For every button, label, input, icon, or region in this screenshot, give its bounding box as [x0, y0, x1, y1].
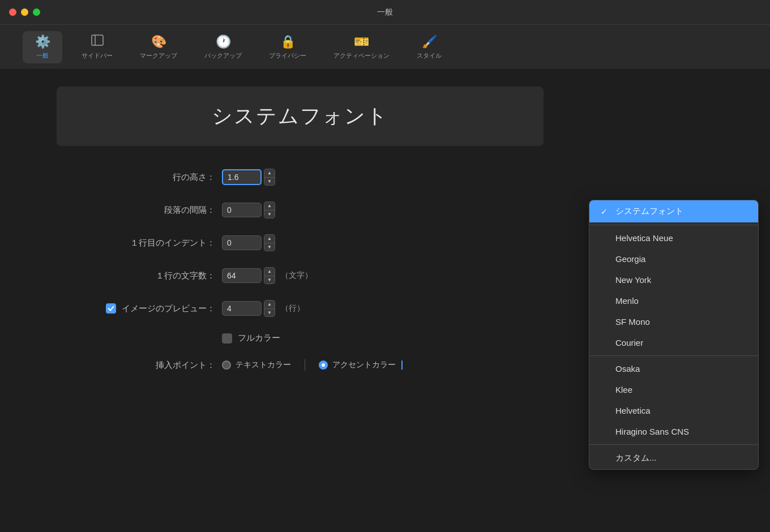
image-preview-label: イメージのプレビュー：	[122, 303, 215, 314]
image-preview-stepper: ▲ ▼	[264, 300, 275, 317]
dropdown-item-sf-mono-label: SF Mono	[615, 317, 650, 327]
tab-sidebar-label: サイドバー	[82, 52, 113, 60]
accent-color-label: アクセントカラー	[332, 360, 396, 370]
paragraph-spacing-increment[interactable]: ▲	[264, 202, 275, 210]
maximize-button[interactable]	[33, 8, 40, 16]
tab-backup[interactable]: 🕐 バックアップ	[196, 31, 250, 63]
first-line-indent-label: １行目のインデント：	[102, 238, 215, 248]
dropdown-item-osaka[interactable]: Osaka	[589, 358, 758, 379]
style-icon: 🖌️	[422, 35, 437, 49]
first-line-indent-input-wrapper: ▲ ▼	[222, 234, 275, 251]
radio-accent-color[interactable]: アクセントカラー	[319, 360, 403, 370]
dropdown-item-system-font-label: システムフォント	[615, 206, 683, 217]
dropdown-item-klee-label: Klee	[615, 385, 632, 394]
image-preview-suffix: （行）	[281, 303, 305, 314]
tab-general[interactable]: ⚙️ 一般	[23, 31, 62, 63]
first-line-indent-decrement[interactable]: ▼	[264, 243, 275, 251]
chars-per-line-stepper: ▲ ▼	[264, 267, 275, 284]
tab-activation-label: アクティベーション	[333, 52, 390, 60]
chars-per-line-input[interactable]	[222, 268, 262, 283]
traffic-lights	[9, 8, 40, 16]
dropdown-item-new-york[interactable]: New York	[589, 269, 758, 290]
privacy-icon: 🔒	[280, 35, 296, 49]
cursor-indicator	[401, 361, 403, 370]
dropdown-item-menlo-label: Menlo	[615, 296, 639, 306]
tab-privacy-label: プライバシー	[269, 52, 306, 60]
line-height-input[interactable]	[222, 169, 262, 185]
image-preview-increment[interactable]: ▲	[264, 301, 275, 308]
minimize-button[interactable]	[21, 8, 28, 16]
tab-backup-label: バックアップ	[204, 52, 242, 60]
window-title: 一般	[377, 7, 393, 18]
dropdown-separator-2	[589, 355, 758, 356]
chars-per-line-increment[interactable]: ▲	[264, 268, 275, 276]
full-color-label: フルカラー	[238, 333, 280, 344]
chars-per-line-label: １行の文字数：	[102, 271, 215, 281]
tab-markup[interactable]: 🎨 マークアップ	[132, 31, 185, 63]
main-content: システムフォント 行の高さ： ▲ ▼ 段落の間隔： ▲ ▼	[0, 70, 770, 388]
tab-activation[interactable]: 🎫 アクティベーション	[326, 31, 397, 63]
paragraph-spacing-label: 段落の間隔：	[102, 205, 215, 216]
first-line-indent-stepper: ▲ ▼	[264, 234, 275, 251]
dropdown-item-georgia[interactable]: Georgia	[589, 248, 758, 269]
tab-sidebar[interactable]: サイドバー	[74, 31, 121, 63]
full-color-checkbox[interactable]	[222, 333, 232, 344]
backup-icon: 🕐	[216, 35, 231, 49]
font-header-box: システムフォント	[57, 87, 544, 146]
dropdown-item-menlo[interactable]: Menlo	[589, 290, 758, 311]
tab-style-label: スタイル	[417, 52, 442, 60]
title-bar: 一般	[0, 0, 770, 25]
font-dropdown-menu: ✓ システムフォント Helvetica Neue Georgia New Yo…	[589, 200, 759, 470]
paragraph-spacing-stepper: ▲ ▼	[264, 201, 275, 218]
insert-point-options: テキストカラー アクセントカラー	[222, 359, 403, 371]
font-header-text: システムフォント	[212, 102, 388, 130]
full-color-wrapper: フルカラー	[222, 333, 280, 344]
image-preview-input-wrapper: ▲ ▼ （行）	[222, 300, 305, 317]
line-height-decrement[interactable]: ▼	[264, 177, 275, 185]
dropdown-item-georgia-label: Georgia	[615, 254, 645, 264]
radio-text-color[interactable]: テキストカラー	[222, 360, 291, 370]
svg-rect-0	[92, 35, 103, 45]
chars-per-line-decrement[interactable]: ▼	[264, 276, 275, 284]
line-height-row: 行の高さ： ▲ ▼	[102, 169, 713, 186]
first-line-indent-input[interactable]	[222, 235, 262, 250]
text-color-radio-dot	[222, 361, 231, 370]
dropdown-item-helvetica-label: Helvetica	[615, 406, 651, 415]
image-preview-input[interactable]	[222, 301, 262, 316]
line-height-stepper: ▲ ▼	[264, 169, 275, 186]
gear-icon: ⚙️	[35, 35, 50, 49]
tab-general-label: 一般	[36, 52, 49, 60]
dropdown-item-new-york-label: New York	[615, 275, 651, 285]
tab-style[interactable]: 🖌️ スタイル	[409, 31, 450, 63]
image-preview-decrement[interactable]: ▼	[264, 308, 275, 316]
markup-icon: 🎨	[151, 35, 166, 49]
line-height-increment[interactable]: ▲	[264, 169, 275, 177]
dropdown-item-helvetica-neue[interactable]: Helvetica Neue	[589, 228, 758, 248]
tab-privacy[interactable]: 🔒 プライバシー	[261, 31, 314, 63]
dropdown-item-system-font[interactable]: ✓ システムフォント	[589, 200, 758, 222]
dropdown-item-courier[interactable]: Courier	[589, 332, 758, 353]
dropdown-item-custom[interactable]: カスタム...	[589, 447, 758, 469]
dropdown-item-helvetica[interactable]: Helvetica	[589, 400, 758, 421]
toolbar: ⚙️ 一般 サイドバー 🎨 マークアップ 🕐 バックアップ 🔒 プライバシー 🎫…	[0, 25, 770, 70]
accent-color-radio-dot	[319, 361, 328, 370]
dropdown-item-sf-mono[interactable]: SF Mono	[589, 311, 758, 332]
check-icon: ✓	[601, 207, 610, 216]
dropdown-item-courier-label: Courier	[615, 338, 643, 347]
dropdown-separator-3	[589, 444, 758, 445]
line-height-label: 行の高さ：	[102, 172, 215, 183]
radio-divider	[305, 359, 305, 371]
line-height-input-wrapper: ▲ ▼	[222, 169, 275, 186]
dropdown-item-klee[interactable]: Klee	[589, 379, 758, 400]
chars-per-line-suffix: （文字）	[281, 271, 313, 281]
dropdown-item-hiragino-sans-cns[interactable]: Hiragino Sans CNS	[589, 421, 758, 442]
paragraph-spacing-decrement[interactable]: ▼	[264, 210, 275, 218]
close-button[interactable]	[9, 8, 16, 16]
image-preview-checkbox[interactable]	[106, 303, 116, 314]
dropdown-item-custom-label: カスタム...	[615, 453, 657, 464]
paragraph-spacing-input[interactable]	[222, 203, 262, 217]
dropdown-item-hiragino-sans-cns-label: Hiragino Sans CNS	[615, 427, 689, 436]
chars-per-line-input-wrapper: ▲ ▼ （文字）	[222, 267, 313, 284]
first-line-indent-increment[interactable]: ▲	[264, 235, 275, 243]
sidebar-icon	[91, 34, 104, 49]
